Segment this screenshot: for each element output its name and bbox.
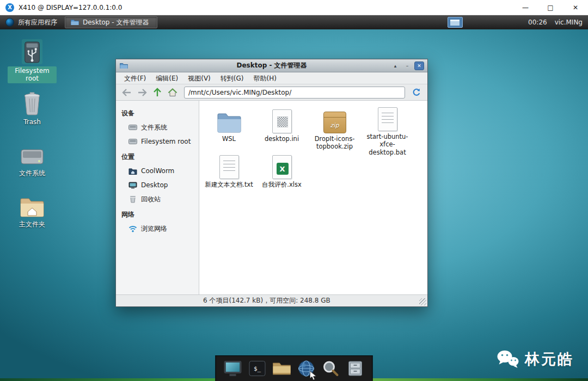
file-manager-titlebar[interactable]: Desktop - 文件管理器 ▴ – ✕: [116, 59, 427, 72]
taskbar-window-button[interactable]: Desktop - 文件管理器: [65, 16, 157, 28]
file-label: DropIt-icons-topbook.zip: [309, 135, 360, 151]
desktop-icon-label: Filesystem root: [8, 66, 57, 83]
file-manager-body: 设备 文件系统 Filesystem root 位置 CoolWorm: [116, 101, 427, 294]
folder-icon: [217, 107, 242, 133]
dock-search[interactable]: [321, 358, 341, 379]
file-wsl[interactable]: WSL: [203, 107, 255, 153]
drive-icon: [128, 138, 137, 145]
menu-view[interactable]: 视图(V): [183, 72, 216, 84]
desktop-icon-filesystem-root[interactable]: Filesystem root: [8, 39, 57, 85]
x410-logo-icon: X: [5, 3, 14, 12]
refresh-button[interactable]: [409, 86, 424, 99]
sidebar-item-label: Filesystem root: [141, 138, 191, 145]
address-path: /mnt/c/Users/vic.MINg/Desktop/: [188, 89, 291, 96]
sidebar-item-coolworm[interactable]: CoolWorm: [121, 164, 197, 178]
menu-go[interactable]: 转到(G): [216, 72, 249, 84]
file-label: desktop.ini: [265, 135, 299, 143]
sidebar-item-browse-network[interactable]: 浏览网络: [121, 222, 197, 236]
window-controls: ▴ – ✕: [390, 62, 427, 70]
host-close-button[interactable]: ✕: [563, 0, 588, 15]
dock-terminal[interactable]: $_: [248, 358, 267, 379]
folder-icon: [71, 19, 79, 26]
ini-file-icon: [272, 107, 292, 133]
resize-grip[interactable]: [419, 298, 426, 305]
dock-file-manager[interactable]: [272, 358, 292, 379]
menu-help[interactable]: 帮助(H): [248, 72, 281, 84]
menu-bar: 文件(F) 编辑(E) 视图(V) 转到(G) 帮助(H): [116, 72, 427, 84]
host-window-title: X410 @ DISPLAY=127.0.0.1:0.0: [19, 4, 122, 11]
close-button[interactable]: ✕: [414, 62, 424, 70]
window-title: Desktop - 文件管理器: [116, 61, 427, 70]
back-button[interactable]: [119, 86, 134, 99]
terminal-icon: $_: [249, 361, 266, 376]
up-button[interactable]: [150, 86, 165, 99]
trash-icon: [22, 90, 42, 115]
sidebar-item-desktop[interactable]: Desktop: [121, 178, 197, 192]
file-label: 自我评价.xlsx: [262, 181, 301, 188]
sidebar-item-label: 文件系统: [141, 123, 167, 132]
usb-drive-icon: [22, 39, 42, 64]
home-button[interactable]: [165, 86, 180, 99]
file-start-bat[interactable]: start-ubuntu-xfce-desktop.bat: [361, 107, 414, 153]
mouse-cursor-icon: [310, 371, 317, 380]
desktop-icon-trash[interactable]: Trash: [8, 90, 57, 136]
wechat-icon: [497, 349, 519, 369]
drive-icon: [128, 124, 137, 131]
watermark-name: 林元皓: [525, 349, 574, 369]
spreadsheet-file-icon: X: [272, 153, 292, 179]
desktop-monitor-icon: [128, 182, 137, 189]
file-new-text-doc[interactable]: 新建文本文档.txt: [203, 153, 255, 199]
home-dir-icon: [128, 168, 137, 175]
host-window-titlebar: X X410 @ DISPLAY=127.0.0.1:0.0 — □ ✕: [0, 0, 588, 15]
wifi-icon: [128, 225, 137, 232]
status-text: 6 个项目(142.7 kB)，可用空间: 248.8 GB: [203, 296, 330, 305]
applications-menu-icon: [5, 18, 14, 27]
menu-edit[interactable]: 编辑(E): [151, 72, 183, 84]
shade-button[interactable]: ▴: [390, 62, 400, 70]
desktop-icon-list: Filesystem root Trash 文件系统 主文件夹: [8, 39, 57, 238]
sidebar-item-label: Desktop: [141, 181, 168, 189]
host-minimize-button[interactable]: —: [513, 0, 538, 15]
desktop-icon-home-folder[interactable]: 主文件夹: [8, 193, 57, 238]
file-dropit-zip[interactable]: zip DropIt-icons-topbook.zip: [308, 107, 361, 153]
dock-web-browser[interactable]: [297, 358, 316, 379]
menu-file[interactable]: 文件(F): [119, 72, 151, 84]
file-list[interactable]: WSL desktop.ini zip DropIt-icons-topbook…: [199, 101, 427, 294]
applications-menu-button[interactable]: 所有应用程序: [0, 15, 63, 29]
desktop-icon-filesystem[interactable]: 文件系统: [8, 142, 57, 187]
script-file-icon: [378, 107, 397, 131]
file-self-eval-xlsx[interactable]: X 自我评价.xlsx: [255, 153, 308, 199]
desktop-icon-label: 文件系统: [16, 169, 48, 177]
sidebar-header-places: 位置: [121, 152, 197, 162]
status-bar: 6 个项目(142.7 kB)，可用空间: 248.8 GB: [116, 294, 427, 306]
folder-icon: [273, 361, 291, 376]
monitor-icon: [224, 361, 242, 376]
dock-archive[interactable]: [346, 358, 365, 379]
window-folder-icon: [120, 63, 128, 69]
applications-menu-label: 所有应用程序: [18, 18, 57, 27]
toolbar: /mnt/c/Users/vic.MINg/Desktop/: [116, 84, 427, 101]
desktop[interactable]: Filesystem root Trash 文件系统 主文件夹: [0, 29, 588, 381]
sidebar-item-filesystem[interactable]: 文件系统: [121, 120, 197, 134]
workspace-switcher[interactable]: [448, 17, 463, 28]
host-maximize-button[interactable]: □: [538, 0, 563, 15]
file-desktop-ini[interactable]: desktop.ini: [255, 107, 308, 153]
sidebar: 设备 文件系统 Filesystem root 位置 CoolWorm: [116, 101, 199, 294]
sidebar-header-network: 网络: [121, 210, 197, 219]
dock-show-desktop[interactable]: [223, 358, 243, 379]
panel-clock[interactable]: 00:26: [528, 19, 547, 26]
file-cabinet-icon: [347, 360, 364, 377]
forward-button[interactable]: [134, 86, 150, 99]
file-manager-window: Desktop - 文件管理器 ▴ – ✕ 文件(F) 编辑(E) 视图(V) …: [115, 59, 428, 307]
panel-right-group: 00:26 vic.MINg: [528, 15, 583, 29]
trash-icon: [128, 195, 137, 203]
panel-username: vic.MINg: [555, 19, 583, 26]
sidebar-item-trash[interactable]: 回收站: [121, 192, 197, 206]
sidebar-item-label: CoolWorm: [141, 167, 174, 175]
host-window-controls: — □ ✕: [513, 0, 588, 15]
minimize-button[interactable]: –: [402, 62, 412, 70]
home-folder-icon: [20, 193, 45, 218]
desktop-icon-label: 主文件夹: [16, 220, 48, 229]
sidebar-item-filesystem-root[interactable]: Filesystem root: [121, 134, 197, 149]
address-bar[interactable]: /mnt/c/Users/vic.MINg/Desktop/: [184, 87, 405, 99]
